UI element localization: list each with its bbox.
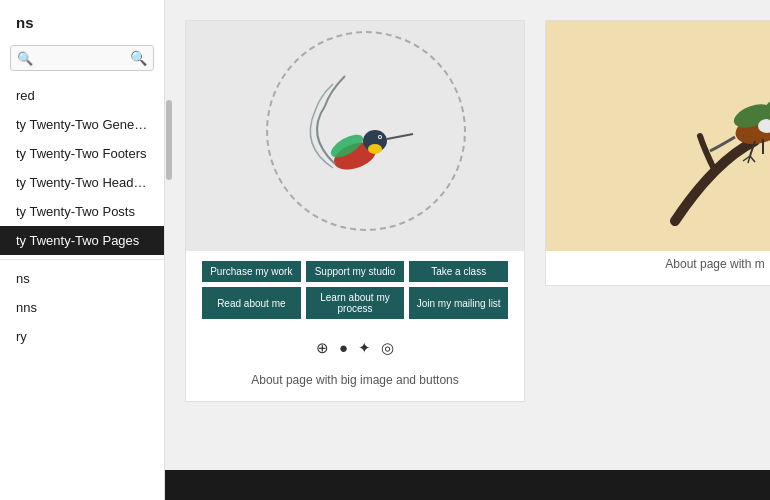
sidebar-item-general[interactable]: ty Twenty-Two General xyxy=(0,110,164,139)
sidebar-item-ry[interactable]: ry xyxy=(0,322,164,351)
facebook-icon[interactable]: ● xyxy=(339,339,348,357)
scroll-thumb[interactable] xyxy=(166,100,172,180)
svg-point-6 xyxy=(379,136,381,138)
sidebar-item-featured[interactable]: red xyxy=(0,81,164,110)
btn-row-2: Read about me Learn about my process Joi… xyxy=(202,287,508,319)
sidebar-item-headers[interactable]: ty Twenty-Two Headers xyxy=(0,168,164,197)
twitter-icon[interactable]: ✦ xyxy=(358,339,371,357)
svg-line-4 xyxy=(387,134,413,139)
main-content: Purchase my work Support my studio Take … xyxy=(165,0,770,500)
sidebar-item-posts[interactable]: ty Twenty-Two Posts xyxy=(0,197,164,226)
support-btn[interactable]: Support my studio xyxy=(306,261,405,282)
svg-line-19 xyxy=(750,156,755,162)
hummingbird-svg xyxy=(275,46,435,226)
read-btn[interactable]: Read about me xyxy=(202,287,301,319)
search-button[interactable]: 🔍 xyxy=(130,50,147,66)
search-box[interactable]: 🔍 xyxy=(10,45,154,71)
card2-caption: About page with m xyxy=(655,251,770,285)
sidebar-item-ns1[interactable]: ns xyxy=(0,264,164,293)
bottom-bar xyxy=(165,470,770,500)
sidebar-title: ns xyxy=(0,0,164,41)
card1-buttons: Purchase my work Support my studio Take … xyxy=(186,251,524,329)
card-about-minimal: About page with m xyxy=(545,20,770,286)
instagram-icon[interactable]: ◎ xyxy=(381,339,394,357)
class-btn[interactable]: Take a class xyxy=(409,261,508,282)
process-btn[interactable]: Learn about my process xyxy=(306,287,405,319)
sidebar-item-ns2[interactable]: nns xyxy=(0,293,164,322)
sidebar-item-footers[interactable]: ty Twenty-Two Footers xyxy=(0,139,164,168)
search-input[interactable] xyxy=(17,51,130,66)
btn-row-1: Purchase my work Support my studio Take … xyxy=(202,261,508,282)
wordpress-icon[interactable]: ⊕ xyxy=(316,339,329,357)
card1-caption: About page with big image and buttons xyxy=(241,367,468,401)
card1-image-area xyxy=(186,21,524,251)
mailing-btn[interactable]: Join my mailing list xyxy=(409,287,508,319)
sidebar-item-pages[interactable]: ty Twenty-Two Pages xyxy=(0,226,164,255)
purchase-btn[interactable]: Purchase my work xyxy=(202,261,301,282)
card-about-buttons: Purchase my work Support my studio Take … xyxy=(185,20,525,402)
sidebar-divider xyxy=(0,259,164,260)
scroll-track[interactable] xyxy=(165,0,173,500)
card1-social-icons: ⊕ ● ✦ ◎ xyxy=(316,329,394,367)
card2-image-area xyxy=(546,21,770,251)
svg-point-3 xyxy=(368,144,382,154)
bird-on-branch-svg xyxy=(615,21,770,251)
